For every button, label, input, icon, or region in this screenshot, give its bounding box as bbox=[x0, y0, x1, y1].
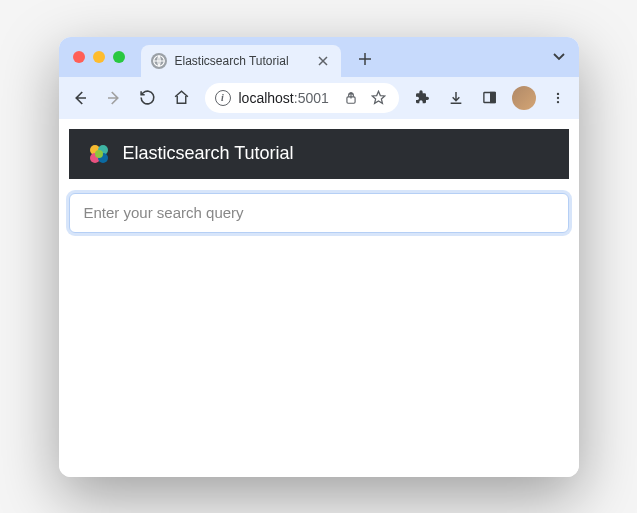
elasticsearch-logo-icon bbox=[87, 142, 111, 166]
new-tab-button[interactable] bbox=[351, 45, 379, 73]
app-header: Elasticsearch Tutorial bbox=[69, 129, 569, 179]
browser-tab[interactable]: Elasticsearch Tutorial bbox=[141, 45, 341, 77]
menu-icon[interactable] bbox=[543, 83, 573, 113]
app-title: Elasticsearch Tutorial bbox=[123, 143, 294, 164]
page-content: Elasticsearch Tutorial bbox=[59, 119, 579, 477]
svg-rect-3 bbox=[491, 93, 495, 103]
browser-toolbar: i localhost:5001 bbox=[59, 77, 579, 119]
close-tab-button[interactable] bbox=[315, 53, 331, 69]
url-host: localhost bbox=[239, 90, 294, 106]
svg-point-11 bbox=[95, 150, 103, 158]
reload-button[interactable] bbox=[133, 83, 163, 113]
window-dropdown-button[interactable] bbox=[547, 45, 571, 69]
bookmark-icon[interactable] bbox=[369, 88, 389, 108]
search-container bbox=[59, 179, 579, 247]
tab-title: Elasticsearch Tutorial bbox=[175, 54, 307, 68]
browser-window: Elasticsearch Tutorial i localho bbox=[59, 37, 579, 477]
home-button[interactable] bbox=[167, 83, 197, 113]
close-window-button[interactable] bbox=[73, 51, 85, 63]
window-controls bbox=[67, 51, 131, 63]
profile-avatar[interactable] bbox=[512, 86, 536, 110]
svg-point-6 bbox=[556, 100, 558, 102]
share-icon[interactable] bbox=[341, 88, 361, 108]
forward-button[interactable] bbox=[99, 83, 129, 113]
side-panel-icon[interactable] bbox=[475, 83, 505, 113]
downloads-icon[interactable] bbox=[441, 83, 471, 113]
maximize-window-button[interactable] bbox=[113, 51, 125, 63]
back-button[interactable] bbox=[65, 83, 95, 113]
site-info-icon[interactable]: i bbox=[215, 90, 231, 106]
address-bar[interactable]: i localhost:5001 bbox=[205, 83, 399, 113]
globe-icon bbox=[151, 53, 167, 69]
url-port: :5001 bbox=[294, 90, 329, 106]
svg-point-5 bbox=[556, 96, 558, 98]
search-input[interactable] bbox=[69, 193, 569, 233]
extensions-icon[interactable] bbox=[407, 83, 437, 113]
url-text: localhost:5001 bbox=[239, 90, 333, 106]
minimize-window-button[interactable] bbox=[93, 51, 105, 63]
svg-point-4 bbox=[556, 92, 558, 94]
browser-tab-bar: Elasticsearch Tutorial bbox=[59, 37, 579, 77]
